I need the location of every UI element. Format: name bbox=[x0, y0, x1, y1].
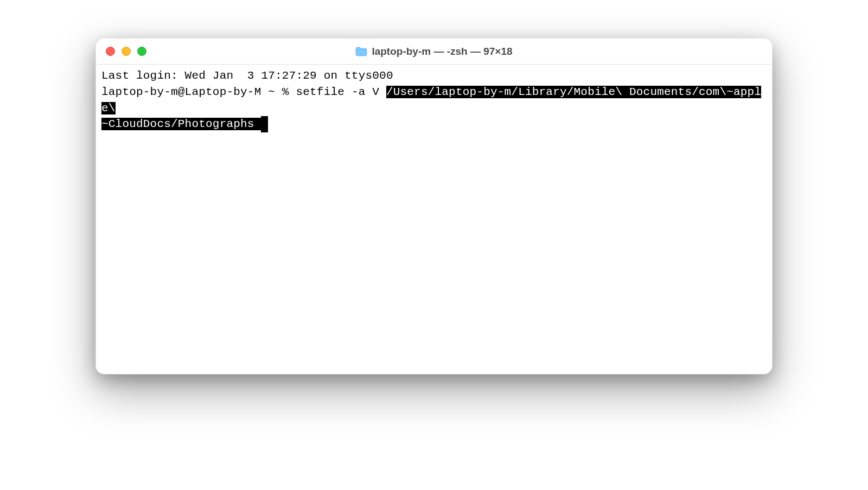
last-login-line: Last login: Wed Jan 3 17:27:29 on ttys00… bbox=[101, 69, 393, 82]
cursor bbox=[261, 116, 268, 132]
maximize-button[interactable] bbox=[137, 47, 146, 56]
title-center: laptop-by-m — -zsh — 97×18 bbox=[96, 46, 772, 58]
prompt: laptop-by-m@Laptop-by-M ~ % bbox=[101, 86, 296, 98]
command-text: setfile -a V bbox=[296, 86, 386, 98]
terminal-window: laptop-by-m — -zsh — 97×18 Last login: W… bbox=[95, 38, 773, 374]
terminal-body[interactable]: Last login: Wed Jan 3 17:27:29 on ttys00… bbox=[96, 65, 772, 374]
traffic-lights bbox=[106, 47, 146, 56]
folder-icon bbox=[355, 47, 367, 56]
close-button[interactable] bbox=[106, 47, 115, 56]
titlebar[interactable]: laptop-by-m — -zsh — 97×18 bbox=[96, 39, 772, 65]
minimize-button[interactable] bbox=[122, 47, 131, 56]
selected-path-part2[interactable]: ~CloudDocs/Photographs bbox=[101, 118, 261, 130]
window-title: laptop-by-m — -zsh — 97×18 bbox=[372, 46, 512, 58]
